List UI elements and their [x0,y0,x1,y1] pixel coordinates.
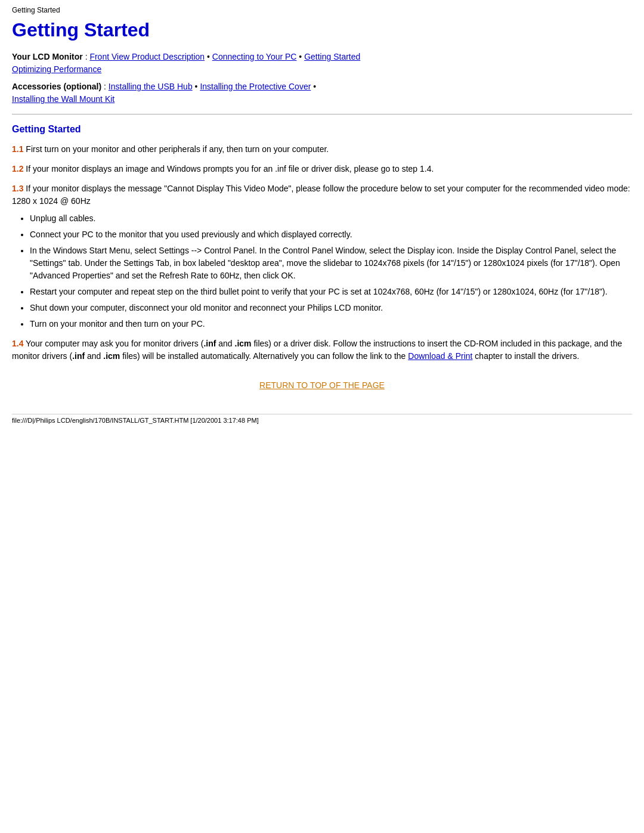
bullet-item: Turn on your monitor and then turn on yo… [30,318,632,330]
bullet-item: Shut down your computer, disconnect your… [30,302,632,314]
page-title: Getting Started [12,19,632,41]
step-1-4: 1.4 Your computer may ask you for monito… [12,337,632,363]
status-bar: file:///D|/Philips LCD/english/170B/INST… [12,414,632,424]
accessories-paragraph: Accessories (optional) : Installing the … [12,80,632,106]
link-optimizing[interactable]: Optimizing Performance [12,64,101,74]
step-intro-text-1-3: If your monitor displays the message "Ca… [12,184,630,206]
accessories-label: Accessories (optional) [12,82,101,91]
step-body-1-4: Your computer may ask you for monitor dr… [12,339,622,361]
your-lcd-label: Your LCD Monitor [12,52,83,61]
bullet-item: Unplug all cables. [30,212,632,225]
link-front-view[interactable]: Front View Product Description [89,52,205,61]
step-num-1-1: 1.1 [12,144,23,154]
step-body-1-1: First turn on your monitor and other per… [26,144,329,154]
divider [12,114,632,114]
your-lcd-paragraph: Your LCD Monitor : Front View Product De… [12,51,632,76]
return-to-top-link[interactable]: RETURN TO TOP OF THE PAGE [259,380,385,390]
bullet-item: Restart your computer and repeat step on… [30,286,632,298]
link-protective-cover[interactable]: Installing the Protective Cover [200,82,311,91]
step-num-1-3: 1.3 [12,184,23,193]
step-num-1-2: 1.2 [12,164,23,174]
step-1-3: 1.3 If your monitor displays the message… [12,182,632,330]
step-num-1-4: 1.4 [12,339,23,348]
link-getting-started[interactable]: Getting Started [304,52,360,61]
intro-section: Your LCD Monitor : Front View Product De… [12,51,632,106]
breadcrumb: Getting Started [12,6,632,14]
bullet-list-1-3: Unplug all cables. Connect your PC to th… [30,212,632,330]
step-1-2: 1.2 If your monitor displays an image an… [12,163,632,175]
return-to-top: RETURN TO TOP OF THE PAGE [12,380,632,390]
step-1-1: 1.1 First turn on your monitor and other… [12,143,632,156]
bullet-item: In the Windows Start Menu, select Settin… [30,244,632,282]
link-connecting[interactable]: Connecting to Your PC [212,52,297,61]
bullet-item: Connect your PC to the monitor that you … [30,228,632,241]
link-download-print[interactable]: Download & Print [408,351,472,361]
section-heading: Getting Started [12,124,632,135]
step-body-1-2: If your monitor displays an image and Wi… [26,164,434,174]
link-wall-mount[interactable]: Installing the Wall Mount Kit [12,94,114,104]
link-usb-hub[interactable]: Installing the USB Hub [109,82,193,91]
